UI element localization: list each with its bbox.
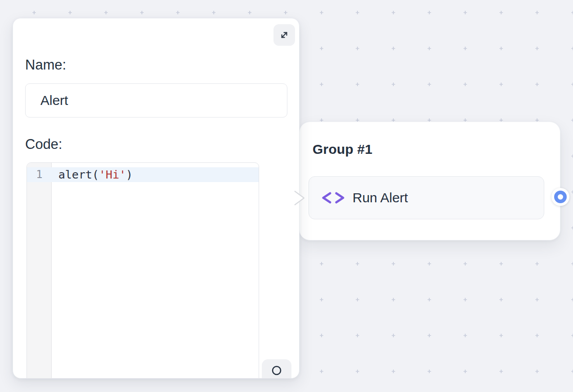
group-card[interactable]: Group #1 Run Alert (299, 122, 560, 240)
code-editor-gutter (27, 163, 52, 379)
code-editor[interactable]: 1 alert('Hi') (26, 162, 259, 379)
node-editor-panel: Name: Code: 1 alert('Hi') (13, 18, 300, 379)
code-line[interactable]: alert('Hi') (52, 167, 133, 182)
output-handle[interactable] (554, 191, 567, 203)
name-field-label: Name: (25, 57, 66, 73)
connector-arrow-icon (293, 190, 307, 206)
expand-button[interactable] (273, 24, 295, 46)
node-label: Run Alert (353, 190, 408, 205)
flow-canvas[interactable]: Group #1 Run Alert Name: (0, 0, 573, 392)
code-field-label: Code: (25, 136, 62, 152)
name-input[interactable] (25, 83, 287, 118)
group-title: Group #1 (313, 142, 372, 157)
user-icon (268, 365, 285, 379)
expand-icon (278, 29, 290, 41)
node-run-alert[interactable]: Run Alert (309, 176, 544, 219)
code-icon (321, 192, 346, 204)
line-number: 1 (27, 167, 52, 182)
user-button[interactable] (262, 359, 291, 379)
